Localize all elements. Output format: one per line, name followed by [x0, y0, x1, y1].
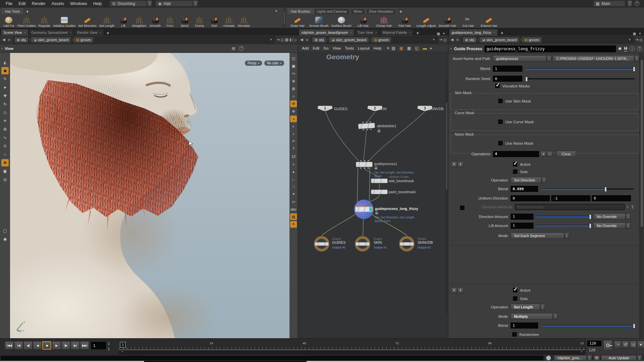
- scene-light-icon[interactable]: ☀: [290, 221, 297, 228]
- shelf-tool[interactable]: Simulate: [236, 17, 251, 27]
- grid-icon[interactable]: ▦: [405, 46, 412, 51]
- shelf-tool[interactable]: Set Length: [98, 17, 116, 27]
- point-grid-icon[interactable]: ∷: [290, 183, 297, 190]
- close-tab-icon[interactable]: ×: [409, 31, 411, 34]
- stow-icon[interactable]: ▸: [0, 47, 5, 50]
- snapshot-icon[interactable]: ▣: [290, 63, 297, 69]
- op-blend-slider[interactable]: [541, 189, 634, 190]
- view-sort-icon[interactable]: ▤: [232, 46, 235, 51]
- solo-checkbox[interactable]: [513, 169, 517, 174]
- prev-keyframe-button[interactable]: |◀: [14, 341, 23, 350]
- tab-geometry-spreadsheet[interactable]: Geometry Spreadsheet×: [29, 29, 74, 35]
- view-tab-label[interactable]: View: [5, 47, 13, 51]
- add-shelf-tab-button[interactable]: +: [397, 9, 405, 14]
- operation-dropdown[interactable]: Set Length: [511, 304, 540, 310]
- frame-ruler[interactable]: 1 24 48 72 96 12: [119, 341, 585, 350]
- next-keyframe-button[interactable]: ▶|: [71, 341, 80, 350]
- snap-magnet-icon[interactable]: ∩: [1, 151, 9, 158]
- use-curve-mask-checkbox[interactable]: [498, 120, 503, 124]
- pose-tool-icon[interactable]: ✳: [1, 117, 9, 125]
- menu-item[interactable]: File: [3, 1, 15, 6]
- back-icon[interactable]: ◀: [1, 38, 6, 42]
- randomize-checkbox[interactable]: [512, 332, 517, 337]
- groom-tool-icon[interactable]: ❖: [1, 159, 9, 166]
- asset-name-spinner[interactable]: ▲▼: [546, 55, 552, 62]
- rotate-tool-icon[interactable]: ↻: [1, 100, 9, 108]
- pane-menu-icon[interactable]: ▼: [639, 32, 641, 35]
- breadcrumb[interactable]: ▦obj › ◪skin_groom_beard › ▤groom ▼: [311, 37, 438, 43]
- network-menu-item[interactable]: Add: [300, 46, 311, 50]
- operations-field[interactable]: 4: [493, 151, 539, 157]
- point-numbers-icon[interactable]: 12: [290, 153, 297, 160]
- show-normals-icon[interactable]: ⇡: [290, 146, 297, 152]
- mode-dropdown[interactable]: Multiply: [511, 313, 553, 319]
- breadcrumb-geo[interactable]: ◪skin_groom_beard: [31, 37, 71, 43]
- shelf-tool[interactable]: Length Adjust: [415, 17, 437, 27]
- node-name-field[interactable]: guideprocess_long_frizzy: [485, 46, 616, 52]
- network-menu-item[interactable]: Layout: [356, 46, 372, 50]
- shelf-tool[interactable]: Surface Brush: [330, 17, 353, 27]
- shelf-tool[interactable]: Screen Brush: [308, 17, 330, 27]
- shelf-tool[interactable]: Add Fur: [1, 17, 16, 27]
- shelf-tool[interactable]: Cut Hair: [458, 17, 478, 27]
- breadcrumb-groom[interactable]: ▤groom: [74, 37, 93, 43]
- shading-mode-icon[interactable]: ◧: [289, 38, 293, 42]
- direction-attribute-checkbox[interactable]: [460, 206, 464, 210]
- next-frame-button[interactable]: |▶: [61, 341, 70, 350]
- snap-curve-icon[interactable]: ∿: [1, 134, 9, 141]
- pin-path-icon[interactable]: ⇥: [635, 38, 638, 42]
- follow-selection-icon[interactable]: ◎: [443, 38, 447, 42]
- play-reverse-button[interactable]: ◀: [33, 341, 42, 350]
- op-blend-field[interactable]: 0.699: [511, 186, 538, 192]
- text-overlay-icon[interactable]: abc: [290, 206, 297, 213]
- audio-icon[interactable]: ◁: [630, 341, 637, 348]
- override-spinner[interactable]: ▲▼: [626, 213, 631, 220]
- tab-scene-view[interactable]: Scene View×: [1, 29, 28, 35]
- network-scrollbar[interactable]: [446, 79, 448, 313]
- shelf-tool[interactable]: Part: [207, 17, 221, 27]
- solo-checkbox[interactable]: [513, 296, 517, 301]
- node-guideprocess-long-frizzy[interactable]: [355, 207, 373, 212]
- lift-amount-slider[interactable]: [536, 225, 591, 226]
- viewport-3d-canvas[interactable]: Persp▾ No cam▾ y: [10, 53, 289, 338]
- range-end-value[interactable]: 1: [108, 347, 110, 351]
- operation-spinner[interactable]: ▲▼: [541, 177, 546, 183]
- play-button[interactable]: ▶: [52, 341, 61, 350]
- shelf-tab-drive-simulation[interactable]: Drive Simulation: [366, 8, 396, 14]
- asset-name-dropdown[interactable]: guideprocess: [493, 55, 546, 62]
- view-layout-icon[interactable]: ◫: [290, 55, 297, 62]
- back-icon[interactable]: ◀: [450, 38, 454, 42]
- direction-amount-slider[interactable]: [536, 216, 591, 217]
- direction-amount-field[interactable]: 1: [511, 214, 533, 220]
- auto-key-icon[interactable]: ◔: [614, 341, 621, 348]
- breadcrumb-geo[interactable]: ◪skin_groom_beard: [329, 37, 369, 43]
- active-checkbox[interactable]: [513, 288, 517, 292]
- status-node-path-dropdown[interactable]: /obj/skin_groo...: [554, 355, 587, 361]
- breadcrumb-obj[interactable]: ▦obj: [312, 37, 326, 43]
- close-tab-icon[interactable]: ×: [493, 31, 495, 34]
- add-shelf-tab-button[interactable]: +: [23, 9, 31, 14]
- playhead-marker[interactable]: 1: [120, 342, 126, 348]
- params-scrollbar[interactable]: [639, 54, 644, 338]
- forward-icon[interactable]: ▶: [455, 38, 460, 42]
- use-noise-mask-checkbox[interactable]: [498, 141, 503, 145]
- shelf-tool[interactable]: Frizz: [163, 17, 177, 27]
- add-operation-button[interactable]: +: [540, 151, 546, 157]
- particle-icon[interactable]: ✶: [290, 191, 297, 198]
- close-tab-icon[interactable]: ×: [99, 31, 101, 34]
- network-menu-item[interactable]: View: [331, 46, 343, 50]
- smooth-shaded-icon[interactable]: ◑: [290, 116, 297, 122]
- asset-path-spinner[interactable]: ▲▼: [634, 55, 639, 62]
- asset-path-dropdown[interactable]: C:/PROGRA~1/SIDEEF~1/HOUDIN~1.507/h...: [553, 55, 634, 62]
- show-guides-icon[interactable]: ⊕: [290, 100, 297, 107]
- shelf-tool[interactable]: Plant Guides: [16, 17, 37, 27]
- shelf-tool[interactable]: Clump: [192, 17, 207, 27]
- palette-icon[interactable]: ▦: [398, 46, 405, 51]
- end-frame-field[interactable]: 120: [587, 341, 601, 346]
- pin-path-icon[interactable]: ⇥: [276, 38, 279, 42]
- tree-list-icon[interactable]: ≡: [387, 46, 389, 51]
- output-node-skinvdb[interactable]: [399, 236, 414, 251]
- pencil-icon[interactable]: ✎: [629, 204, 635, 210]
- headlight-icon[interactable]: ☼: [290, 93, 297, 99]
- network-canvas[interactable]: Geometry 1 GUIDES 2 SKIN 3 SKINVDB attri…: [298, 52, 448, 338]
